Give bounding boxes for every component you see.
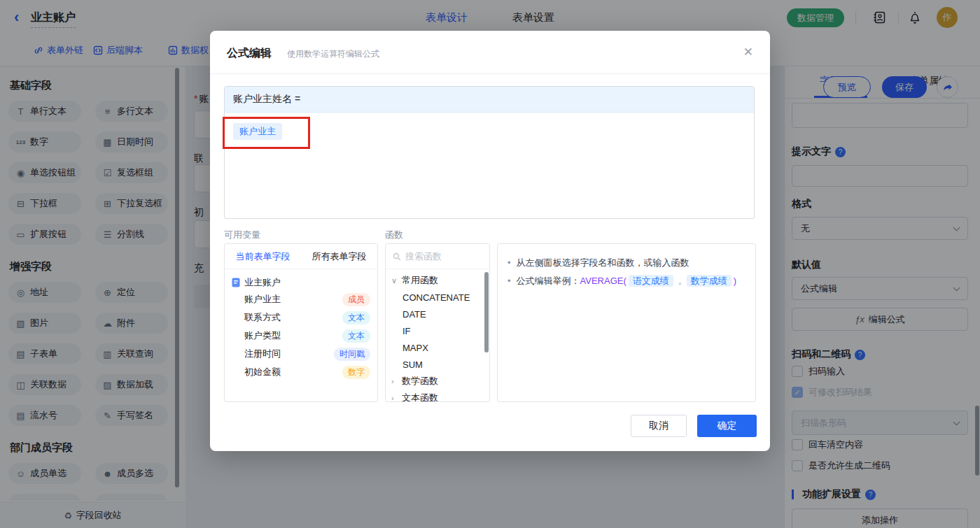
formula-field-chip[interactable]: 账户业主 <box>233 123 282 140</box>
search-icon <box>393 252 401 261</box>
app-root: ‹ 业主账户 表单设计 表单设置 数据管理 作 表单外链 后端脚本 数据权 预览… <box>0 0 980 528</box>
variable-row[interactable]: 注册时间 时间戳 <box>225 345 377 363</box>
field-type-badge: 时间戳 <box>334 348 370 361</box>
function-item[interactable]: SUM <box>386 356 489 373</box>
help-line-2: • 公式编辑举例：AVERAGE(语文成绩，数学成绩) <box>507 272 746 290</box>
dialog-subtitle: 使用数学运算符编辑公式 <box>287 48 379 60</box>
example-field-chip: 数学成绩 <box>687 275 732 287</box>
formula-edit-dialog: 公式编辑 使用数学运算符编辑公式 ✕ 账户业主姓名 = 账户业主 可用变量 函数… <box>210 31 770 451</box>
function-search-input[interactable] <box>405 251 475 262</box>
variables-label: 可用变量 <box>224 229 260 241</box>
function-search[interactable] <box>386 244 489 269</box>
example-function-name: AVERAGE( <box>580 276 626 286</box>
chevron-collapsed-icon: › <box>391 377 398 385</box>
function-group-common[interactable]: ∨ 常用函数 <box>386 272 489 289</box>
functions-label: 函数 <box>385 229 403 241</box>
field-type-badge: 成员 <box>342 293 370 306</box>
example-field-chip: 语文成绩 <box>629 275 673 287</box>
field-type-badge: 数字 <box>342 366 370 379</box>
field-type-badge: 文本 <box>342 329 370 343</box>
variables-panel: 当前表单字段 所有表单字段 业主账户 账户业主 成员 联系方式 文本 账户类型 … <box>224 243 378 402</box>
form-tree-root[interactable]: 业主账户 <box>232 276 377 289</box>
variable-row[interactable]: 账户类型 文本 <box>225 327 377 345</box>
variable-row[interactable]: 联系方式 文本 <box>225 308 377 327</box>
function-group-text[interactable]: › 文本函数 <box>386 390 489 402</box>
dialog-header-divider <box>210 73 770 74</box>
function-item[interactable]: IF <box>386 322 489 339</box>
function-item[interactable]: DATE <box>386 306 489 322</box>
confirm-button[interactable]: 确定 <box>697 415 757 437</box>
dialog-title: 公式编辑 <box>227 46 272 61</box>
tab-current-form-fields[interactable]: 当前表单字段 <box>225 244 301 269</box>
function-item[interactable]: CONCATENATE <box>386 289 489 306</box>
function-item[interactable]: MAPX <box>386 339 489 356</box>
functions-scrollbar[interactable] <box>484 272 489 352</box>
tab-all-form-fields[interactable]: 所有表单字段 <box>301 244 377 269</box>
chevron-expanded-icon: ∨ <box>391 276 398 285</box>
formula-target-bar: 账户业主姓名 = <box>225 87 754 113</box>
variables-tabs: 当前表单字段 所有表单字段 <box>225 244 377 269</box>
form-doc-icon <box>232 278 240 287</box>
variable-row[interactable]: 账户业主 成员 <box>225 290 377 308</box>
help-panel: • 从左侧面板选择字段名和函数，或输入函数 • 公式编辑举例：AVERAGE(语… <box>497 243 756 402</box>
field-type-badge: 文本 <box>342 311 370 324</box>
formula-editor[interactable]: 账户业主姓名 = 账户业主 <box>224 86 755 219</box>
close-icon[interactable]: ✕ <box>743 45 753 59</box>
variable-row[interactable]: 初始金额 数字 <box>225 363 377 381</box>
chevron-collapsed-icon: › <box>391 394 398 402</box>
help-line-1: • 从左侧面板选择字段名和函数，或输入函数 <box>507 254 746 272</box>
cancel-button[interactable]: 取消 <box>631 415 687 437</box>
function-group-math[interactable]: › 数学函数 <box>386 373 489 390</box>
functions-panel: ∨ 常用函数 CONCATENATE DATE IF MAPX SUM › 数学… <box>385 243 490 402</box>
